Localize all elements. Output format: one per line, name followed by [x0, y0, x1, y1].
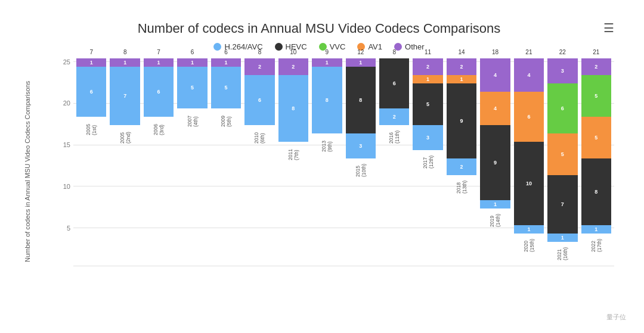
bar-segment-label: 10: [514, 180, 544, 186]
bar-segment-label: 2: [379, 114, 409, 120]
bar-segment-hevc: 8: [346, 67, 376, 133]
bar-segment-other: 1: [144, 58, 174, 67]
menu-icon[interactable]: ☰: [603, 21, 614, 35]
x-label-text: 2022 (17th): [590, 235, 602, 252]
x-label: 2019 (14th): [489, 208, 501, 267]
x-label: 2017 (12th): [422, 150, 434, 267]
x-label: 2005 (1st): [85, 117, 97, 267]
x-label: 2011 (7th): [287, 142, 299, 267]
bar-segment-label: 6: [244, 97, 274, 103]
bar-stack: 142912: [447, 58, 476, 175]
bar-segment-hevc: 5: [413, 83, 442, 125]
bar-segment-other: 2: [244, 58, 274, 75]
bar-segment-other: 2: [413, 58, 442, 75]
bar-segment-label: 2: [413, 64, 442, 70]
bar-segment-other: 1: [346, 58, 376, 67]
bar-group: 7612005 (1st): [76, 58, 106, 267]
bar-segment-label: 9: [447, 118, 476, 124]
bar-segment-other: 2: [581, 58, 611, 75]
bar-group: 8712005 (2nd): [110, 58, 140, 267]
bar-segment-label: 6: [76, 89, 106, 95]
bar-segment-label: 2: [447, 164, 476, 170]
x-label-text: 2011 (7th): [287, 144, 299, 160]
x-label: 2005 (2nd): [119, 125, 131, 267]
bar-group: 123812015 (10th): [346, 58, 376, 267]
bar-total-label: 14: [447, 49, 476, 55]
x-label-text: 2020 (15th): [523, 235, 535, 252]
bar-segment-label: 5: [413, 101, 442, 107]
chart-title: Number of codecs in Annual MSU Video Cod…: [24, 21, 614, 36]
bar-group: 7612006 (3rd): [144, 58, 174, 267]
bar-segment-other: 2: [278, 58, 308, 75]
bar-stack: 981: [312, 58, 342, 133]
bar-segment-av1: 1: [447, 75, 476, 83]
x-label-text: 2018 (13th): [456, 177, 467, 194]
bar-total-label: 11: [413, 49, 442, 55]
bar-segment-label: 1: [413, 76, 442, 82]
bar-segment-vvc: 6: [547, 83, 577, 133]
bar-total-label: 8: [379, 49, 409, 55]
bar-segment-h264: 6: [76, 67, 106, 117]
chart-inner: 2520151057612005 (1st)8712005 (2nd)76120…: [54, 58, 614, 285]
bar-segment-label: 1: [346, 60, 376, 66]
bar-segment-other: 4: [480, 58, 510, 92]
bar-group: 1819442019 (14th): [480, 58, 510, 267]
bar-total-label: 8: [110, 49, 140, 55]
bar-segment-label: 8: [346, 97, 376, 103]
bar-segment-label: 1: [547, 235, 577, 241]
bar-segment-label: 1: [76, 60, 106, 66]
bar-group: 21185522022 (17th): [581, 58, 611, 267]
bar-segment-label: 1: [177, 60, 207, 66]
bar-segment-h264: 2: [447, 158, 476, 175]
chart-container: Number of codecs in Annual MSU Video Cod…: [12, 9, 632, 325]
x-label-text: 2005 (2nd): [119, 127, 131, 144]
bar-total-label: 6: [177, 49, 207, 55]
bar-segment-av1: 1: [413, 75, 442, 83]
bar-total-label: 6: [211, 49, 241, 55]
bar-segment-h264: 2: [379, 108, 409, 125]
bar-segment-label: 2: [447, 64, 476, 70]
x-label-text: 2007 (4th): [187, 110, 199, 127]
bar-segment-other: 1: [177, 58, 207, 67]
bar-segment-h264: 1: [514, 225, 544, 234]
bar-segment-label: 5: [547, 151, 577, 157]
bar-group: 9812013 (9th): [312, 58, 342, 267]
bar-stack: 862: [244, 58, 274, 125]
x-label-text: 2015 (10th): [355, 160, 367, 177]
bar-stack: 2111064: [514, 58, 544, 234]
bar-segment-other: 3: [547, 58, 577, 83]
x-label-text: 2016 (11th): [388, 127, 400, 144]
bar-segment-h264: 1: [547, 234, 577, 242]
bar-stack: 113512: [413, 58, 442, 150]
bar-segment-label: 5: [581, 135, 611, 141]
bar-segment-label: 6: [379, 80, 409, 86]
bar-segment-other: 2: [447, 58, 476, 75]
bar-group: 10822011 (7th): [278, 58, 308, 267]
bar-segment-hevc: 10: [514, 142, 544, 225]
bar-stack: 761: [144, 58, 174, 117]
bar-segment-av1: 4: [480, 92, 510, 125]
bar-segment-av1: 6: [514, 92, 544, 142]
watermark: 量子位: [606, 313, 626, 322]
bar-segment-h264: 5: [177, 67, 207, 108]
bar-segment-other: 1: [110, 58, 140, 67]
bar-segment-label: 8: [312, 97, 342, 103]
x-label: 2018 (13th): [456, 175, 467, 267]
bar-group: 8262016 (11th): [379, 58, 409, 267]
x-label: 2010 (6th): [253, 125, 265, 267]
bar-segment-label: 1: [211, 60, 241, 66]
bar-segment-label: 3: [413, 135, 442, 141]
bar-segment-label: 2: [244, 64, 274, 70]
x-label-text: 2005 (1st): [85, 119, 97, 135]
gridline-label: 25: [54, 58, 70, 66]
bar-segment-av1: 5: [547, 133, 577, 175]
bar-segment-label: 1: [581, 226, 611, 232]
x-label: 2007 (4th): [187, 108, 199, 267]
bar-segment-h264: 1: [581, 225, 611, 234]
bar-segment-av1: 5: [581, 117, 611, 158]
gridline-label: 15: [54, 141, 70, 148]
bar-stack: 651: [177, 58, 207, 108]
bar-total-label: 7: [144, 49, 174, 55]
bar-group: 6512009 (5th): [211, 58, 241, 267]
bar-group: 22175632021 (16th): [547, 58, 577, 267]
